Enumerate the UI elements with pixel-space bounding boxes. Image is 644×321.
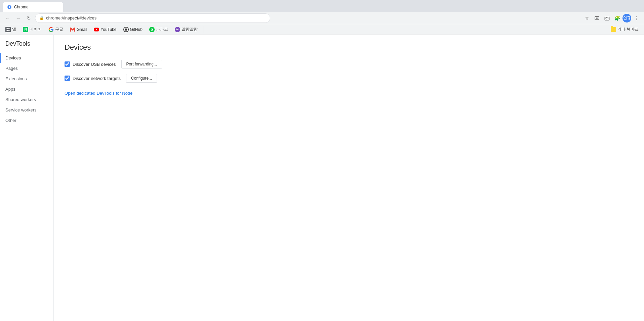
page-content: DevTools Devices Pages Extensions Apps S… bbox=[0, 35, 644, 321]
papago-bm-icon: P bbox=[149, 27, 155, 32]
avatar[interactable]: 인규 bbox=[622, 14, 631, 22]
bookmark-naver[interactable]: N 네이버 bbox=[20, 26, 44, 33]
bookmark-apps-label: 앱 bbox=[12, 27, 16, 32]
discover-usb-text: Discover USB devices bbox=[73, 62, 116, 67]
url-scheme: chrome:// bbox=[46, 15, 64, 20]
configure-button[interactable]: Configure... bbox=[126, 74, 157, 83]
sidebar-item-extensions[interactable]: Extensions bbox=[0, 74, 53, 84]
discover-network-row: Discover network targets Configure... bbox=[65, 74, 633, 83]
tab-title: Chrome bbox=[14, 5, 29, 9]
naver-bm-icon: N bbox=[23, 27, 28, 32]
bookmark-youtube-label: YouTube bbox=[100, 27, 116, 32]
bookmark-malang[interactable]: M 말랑말랑 bbox=[172, 26, 200, 33]
bookmark-naver-label: 네이버 bbox=[30, 27, 42, 32]
discover-network-label[interactable]: Discover network targets bbox=[65, 76, 121, 81]
youtube-bm-icon bbox=[94, 27, 99, 32]
address-text: chrome://inspect/#devices bbox=[46, 15, 266, 20]
extensions-button[interactable]: 🧩 bbox=[612, 13, 622, 23]
svg-text:P: P bbox=[151, 29, 152, 30]
back-button[interactable]: ← bbox=[3, 13, 12, 23]
svg-point-3 bbox=[596, 17, 598, 19]
bookmarks-divider bbox=[203, 26, 203, 33]
sidebar-item-devices[interactable]: Devices bbox=[0, 53, 53, 63]
tab-bar: Chrome bbox=[0, 0, 644, 12]
tab-favicon bbox=[7, 4, 12, 10]
screenshot-button[interactable] bbox=[592, 13, 602, 23]
sidebar-title: DevTools bbox=[0, 40, 53, 53]
browser-frame: Chrome ← → ↻ 🔒 chrome://inspect/#devices… bbox=[0, 0, 644, 321]
sidebar: DevTools Devices Pages Extensions Apps S… bbox=[0, 35, 54, 321]
svg-rect-5 bbox=[7, 28, 8, 29]
bookmark-malang-label: 말랑말랑 bbox=[182, 27, 198, 32]
bookmark-apps[interactable]: 앱 bbox=[3, 26, 19, 33]
sidebar-item-shared-workers[interactable]: Shared workers bbox=[0, 94, 53, 105]
sidebar-item-service-workers[interactable]: Service workers bbox=[0, 105, 53, 115]
page-title: Devices bbox=[65, 43, 633, 52]
apps-bm-icon bbox=[5, 27, 11, 32]
devtools-node-link[interactable]: Open dedicated DevTools for Node bbox=[65, 91, 132, 96]
google-bm-icon bbox=[48, 27, 54, 32]
bookmark-papago[interactable]: P 파파고 bbox=[147, 26, 171, 33]
active-tab[interactable]: Chrome bbox=[3, 2, 63, 12]
main-content: Devices Discover USB devices Port forwar… bbox=[54, 35, 644, 321]
folder-icon bbox=[611, 27, 616, 32]
discover-usb-row: Discover USB devices Port forwarding... bbox=[65, 60, 633, 68]
discover-network-text: Discover network targets bbox=[73, 76, 121, 81]
toolbar-right: ☆ 🧩 인규 ⋮ bbox=[582, 13, 641, 23]
bookmark-gmail-label: Gmail bbox=[77, 27, 87, 32]
sidebar-item-pages[interactable]: Pages bbox=[0, 63, 53, 74]
bookmarks-bar: 앱 N 네이버 구글 Gmail YouTube bbox=[0, 24, 644, 35]
svg-rect-6 bbox=[8, 28, 10, 29]
url-path: /#devices bbox=[78, 15, 96, 20]
discover-usb-checkbox[interactable] bbox=[65, 61, 70, 67]
sidebar-item-other[interactable]: Other bbox=[0, 115, 53, 126]
bookmark-star-button[interactable]: ☆ bbox=[582, 13, 592, 23]
address-bar: ← → ↻ 🔒 chrome://inspect/#devices ☆ 🧩 인규… bbox=[0, 12, 644, 24]
bookmark-youtube[interactable]: YouTube bbox=[91, 26, 119, 33]
bookmark-github[interactable]: GitHub bbox=[121, 26, 145, 33]
address-bar-input[interactable]: 🔒 chrome://inspect/#devices bbox=[35, 13, 270, 23]
menu-button[interactable]: ⋮ bbox=[632, 13, 641, 23]
bookmark-google-label: 구글 bbox=[55, 27, 63, 32]
svg-rect-8 bbox=[8, 30, 10, 31]
malang-bm-icon: M bbox=[175, 27, 180, 32]
bookmark-gmail[interactable]: Gmail bbox=[67, 26, 90, 33]
forward-button[interactable]: → bbox=[13, 13, 23, 23]
other-bookmarks[interactable]: 기타 북마크 bbox=[608, 26, 641, 33]
discover-network-checkbox[interactable] bbox=[65, 76, 70, 81]
svg-point-1 bbox=[9, 6, 10, 8]
gmail-bm-icon bbox=[70, 27, 75, 32]
github-bm-icon bbox=[123, 27, 129, 32]
bookmark-google[interactable]: 구글 bbox=[46, 26, 66, 33]
port-forwarding-button[interactable]: Port forwarding... bbox=[121, 60, 162, 68]
svg-rect-7 bbox=[7, 30, 8, 31]
security-icon: 🔒 bbox=[39, 16, 44, 20]
other-bookmarks-label: 기타 북마크 bbox=[617, 27, 639, 32]
reload-button[interactable]: ↻ bbox=[24, 13, 34, 23]
discover-usb-label[interactable]: Discover USB devices bbox=[65, 61, 116, 67]
content-section: Discover USB devices Port forwarding... … bbox=[65, 60, 633, 104]
bookmark-github-label: GitHub bbox=[130, 27, 143, 32]
sidebar-item-apps[interactable]: Apps bbox=[0, 84, 53, 94]
url-highlight: inspect bbox=[64, 15, 78, 20]
cast-button[interactable] bbox=[602, 13, 612, 23]
bookmark-papago-label: 파파고 bbox=[156, 27, 168, 32]
